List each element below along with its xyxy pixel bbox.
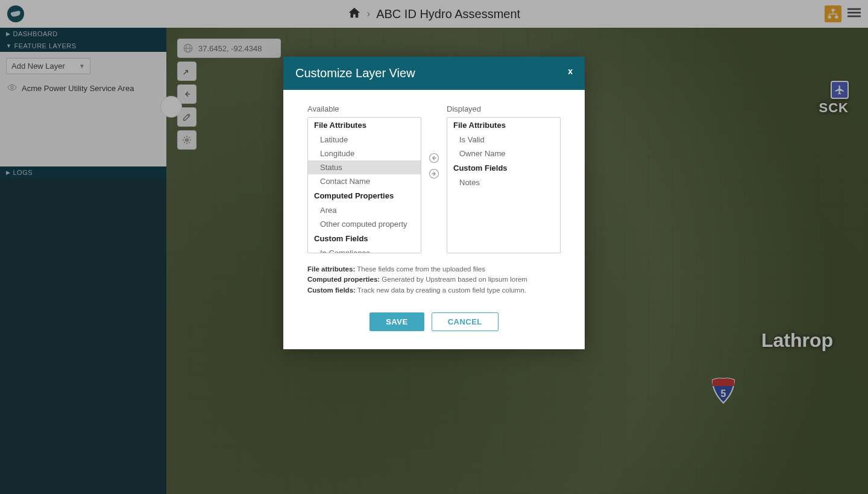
- group-header: Computed Properties: [308, 188, 421, 203]
- legend-label: Custom fields:: [307, 287, 356, 294]
- cancel-button[interactable]: CANCEL: [432, 312, 498, 331]
- modal-header: Customize Layer View x: [283, 57, 585, 90]
- legend-label: File attributes:: [307, 265, 355, 273]
- list-item[interactable]: Owner Name: [447, 147, 560, 160]
- legend-text: Generated by Upstream based on lipsum lo…: [380, 276, 527, 283]
- list-item[interactable]: Other computed property: [308, 217, 421, 231]
- close-button[interactable]: x: [568, 66, 573, 76]
- list-item[interactable]: Longitude: [308, 147, 421, 160]
- list-item[interactable]: Area: [308, 203, 421, 217]
- list-item[interactable]: Status: [308, 160, 421, 174]
- available-listbox[interactable]: File Attributes Latitude Longitude Statu…: [307, 117, 421, 253]
- modal-title: Customize Layer View: [295, 66, 415, 80]
- group-header: Custom Fields: [447, 160, 560, 176]
- save-button[interactable]: SAVE: [370, 312, 424, 331]
- move-right-button[interactable]: [429, 168, 439, 182]
- legend-text: These fields come from the uploaded file…: [355, 265, 485, 273]
- displayed-listbox[interactable]: File Attributes Is Valid Owner Name Cust…: [447, 117, 561, 253]
- legend-label: Computed properties:: [307, 276, 380, 283]
- displayed-label: Displayed: [447, 104, 561, 113]
- customize-layer-modal: Customize Layer View x Available File At…: [283, 57, 585, 349]
- list-item[interactable]: In Compliance: [308, 246, 421, 253]
- legend: File attributes: These fields come from …: [307, 264, 561, 296]
- group-header: File Attributes: [308, 118, 421, 133]
- list-item[interactable]: Is Valid: [447, 133, 560, 147]
- available-label: Available: [307, 104, 421, 113]
- group-header: Custom Fields: [308, 231, 421, 246]
- list-item[interactable]: Latitude: [308, 133, 421, 147]
- group-header: File Attributes: [447, 118, 560, 133]
- move-left-button[interactable]: [429, 153, 439, 166]
- list-item[interactable]: Contact Name: [308, 174, 421, 188]
- list-item[interactable]: Notes: [447, 176, 560, 189]
- legend-text: Track new data by creating a custom fiel…: [356, 287, 526, 294]
